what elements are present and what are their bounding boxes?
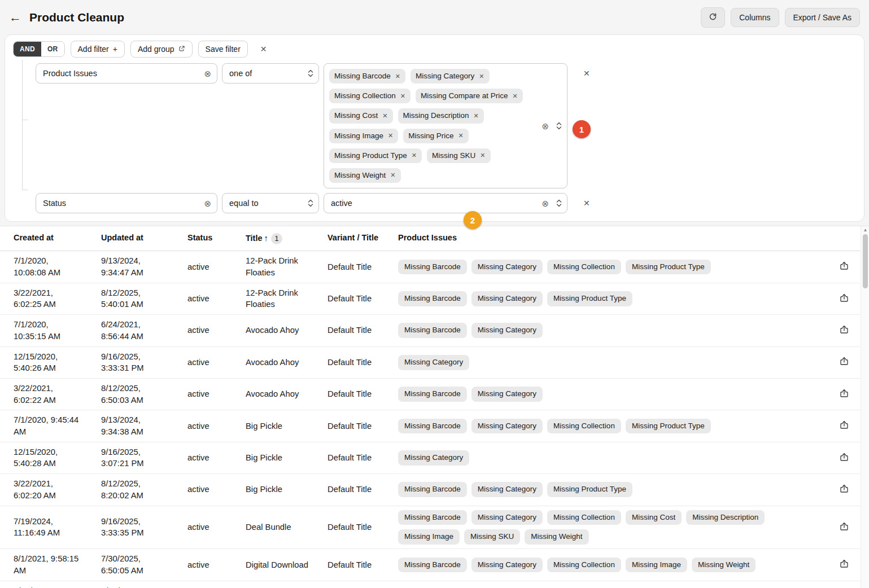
chip-remove-icon[interactable]: ✕ (388, 132, 393, 139)
product-issue-chip: Missing Image (398, 529, 460, 545)
chip-label: Missing Price (408, 131, 453, 141)
product-issue-chip: Missing Category (471, 291, 543, 306)
or-toggle-button[interactable]: OR (41, 42, 64, 56)
filter-values-multiselect[interactable]: Missing Barcode✕Missing Category✕Missing… (324, 63, 567, 188)
table-scrollbar[interactable]: ▲ ▼ (861, 226, 869, 588)
close-filter-panel-icon[interactable]: ✕ (258, 43, 269, 55)
column-header-product-issues[interactable]: Product Issues (385, 226, 828, 251)
filter-value-chip: Missing Image✕ (329, 129, 398, 143)
product-issue-chip: Missing Barcode (398, 260, 467, 275)
cell-product-issues: Missing BarcodeMissing CategoryMissing C… (385, 506, 828, 549)
open-product-button[interactable] (838, 260, 850, 272)
chip-label: Missing Barcode (334, 72, 391, 81)
cell-variant-title: Default Title (314, 346, 385, 378)
filter-value-select[interactable]: active ⊗ (324, 193, 567, 213)
save-filter-button[interactable]: Save filter (198, 41, 248, 58)
column-header-updated-at[interactable]: Updated at (88, 226, 174, 251)
clear-field-icon[interactable]: ⊗ (204, 199, 211, 208)
cell-title: Big Pickle (232, 410, 314, 442)
filter-field-select[interactable]: Status ⊗ (36, 193, 217, 213)
filter-chip-list: Missing Barcode✕Missing Category✕Missing… (329, 69, 538, 183)
chip-remove-icon[interactable]: ✕ (513, 93, 518, 100)
chip-remove-icon[interactable]: ✕ (474, 112, 479, 120)
product-issue-chip: Missing Category (471, 323, 543, 338)
product-issue-chip: Missing Product Type (547, 291, 632, 306)
cell-status: active (174, 549, 232, 581)
annotation-badge-2: 2 (464, 211, 482, 229)
and-or-toggle: AND OR (13, 41, 65, 57)
cell-updated-at: 6/24/2021, 8:56:44 AM (88, 315, 174, 346)
cell-actions (828, 251, 860, 283)
cell-actions (828, 506, 860, 549)
back-icon[interactable]: ← (9, 11, 21, 24)
cell-variant-title: Default Title (314, 315, 385, 346)
filter-field-select[interactable]: Product Issues ⊗ (36, 63, 217, 84)
open-product-button[interactable] (838, 387, 850, 400)
open-product-button[interactable] (838, 323, 850, 336)
chip-remove-icon[interactable]: ✕ (458, 132, 464, 139)
chip-label: Missing Cost (334, 111, 378, 120)
filter-value-chip: Missing Product Type✕ (329, 148, 422, 163)
chip-label: Missing Weight (334, 171, 386, 180)
chip-remove-icon[interactable]: ✕ (400, 93, 405, 100)
chip-remove-icon[interactable]: ✕ (479, 73, 484, 80)
add-group-button[interactable]: Add group (130, 41, 193, 58)
column-header-created-at[interactable]: Created at (0, 226, 88, 251)
remove-filter-row-icon[interactable]: ✕ (581, 198, 592, 209)
chip-label: Missing Collection (334, 91, 396, 100)
clear-value-icon[interactable]: ⊗ (542, 199, 549, 208)
cell-product-issues: Missing BarcodeMissing CategoryMissing P… (385, 581, 828, 588)
clear-values-icon[interactable]: ⊗ (542, 122, 549, 130)
chip-remove-icon[interactable]: ✕ (395, 73, 400, 80)
chevron-updown-icon[interactable] (556, 122, 562, 130)
cell-actions (828, 283, 860, 314)
chip-label: Missing Category (416, 72, 474, 81)
chip-remove-icon[interactable]: ✕ (382, 112, 387, 120)
chevron-updown-icon[interactable] (556, 199, 562, 207)
cell-updated-at: 8/12/2025, 6:50:03 AM (88, 378, 174, 410)
cell-created-at: 7/1/2020, 9:45:44 AM (0, 410, 88, 442)
cell-created-at: 3/22/2021, 6:02:25 AM (0, 283, 88, 314)
product-issue-chip: Missing Collection (547, 419, 621, 434)
open-product-button[interactable] (838, 558, 850, 570)
product-issue-chip: Missing Product Type (626, 419, 711, 434)
filter-operator-select[interactable]: one of (222, 63, 319, 84)
open-product-button[interactable] (838, 419, 850, 431)
scroll-up-icon[interactable]: ▲ (861, 227, 869, 232)
cell-updated-at: 7/30/2025, 6:50:05 AM (88, 549, 174, 581)
chip-label: Missing Image (334, 131, 383, 141)
filter-operator-select[interactable]: equal to (222, 193, 319, 213)
open-product-button[interactable] (838, 292, 850, 304)
chevron-updown-icon[interactable] (307, 199, 314, 207)
refresh-button[interactable] (701, 7, 725, 28)
app-header: ← Product Cleanup Columns Export / Save … (0, 0, 869, 34)
open-product-button[interactable] (838, 482, 850, 495)
scrollbar-thumb[interactable] (863, 234, 868, 288)
cell-product-issues: Missing BarcodeMissing CategoryMissing P… (385, 474, 828, 506)
chevron-updown-icon[interactable] (307, 69, 314, 77)
remove-filter-row-icon[interactable]: ✕ (581, 68, 592, 79)
table-row: 7/19/2024, 11:16:49 AM9/16/2025, 3:33:35… (0, 506, 860, 549)
open-product-button[interactable] (838, 520, 850, 533)
cell-product-issues: Missing BarcodeMissing CategoryMissing C… (385, 410, 828, 442)
add-filter-button[interactable]: Add filter + (71, 41, 125, 58)
cell-status: active (174, 346, 232, 378)
clear-field-icon[interactable]: ⊗ (204, 69, 211, 78)
cell-variant-title: Default Title (314, 549, 385, 581)
column-header-variant-title[interactable]: Variant / Title (314, 226, 385, 251)
columns-button[interactable]: Columns (731, 8, 779, 27)
table-body: 7/1/2020, 10:08:08 AM9/13/2024, 9:34:47 … (0, 251, 860, 588)
cell-status: active (174, 506, 232, 549)
export-save-as-button[interactable]: Export / Save As (785, 8, 861, 27)
cell-product-issues: Missing BarcodeMissing CategoryMissing C… (385, 251, 828, 283)
chip-remove-icon[interactable]: ✕ (390, 172, 395, 179)
chip-remove-icon[interactable]: ✕ (412, 152, 417, 159)
chip-remove-icon[interactable]: ✕ (480, 152, 485, 159)
open-product-button[interactable] (838, 355, 850, 367)
column-header-status[interactable]: Status (174, 226, 232, 251)
cell-status: active (174, 581, 232, 588)
open-product-button[interactable] (838, 451, 850, 463)
and-toggle-button[interactable]: AND (14, 42, 41, 56)
column-header-title[interactable]: Title↑1 (232, 226, 314, 251)
results-table: Created at Updated at Status Title↑1 Var… (0, 226, 860, 588)
